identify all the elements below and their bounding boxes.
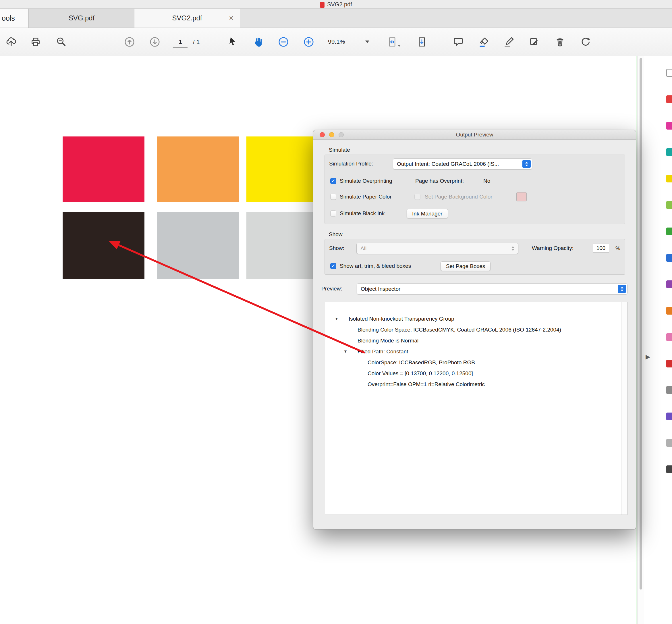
swatch-crimson <box>62 136 144 202</box>
panel-tool-icon[interactable] <box>666 254 672 262</box>
show-boxes-checkbox[interactable] <box>330 263 336 269</box>
panel-tool-icon[interactable] <box>666 175 672 182</box>
edit-annotation-icon[interactable] <box>528 35 541 49</box>
simulate-overprinting-checkbox[interactable] <box>330 178 336 184</box>
swatch-gray <box>157 212 239 279</box>
show-group: Show: All Warning Opacity: % Show art, t… <box>324 239 625 275</box>
object-inspector-tree: ▼ Isolated Non-knockout Transparency Gro… <box>325 302 627 515</box>
panel-tool-icon[interactable] <box>666 201 672 209</box>
page-has-overprint-label: Page has Overprint: <box>415 178 464 184</box>
tree-scrollbar-track[interactable] <box>621 302 627 515</box>
show-value: All <box>360 245 367 252</box>
chevron-down-icon <box>398 45 401 47</box>
show-dropdown: All <box>356 243 518 254</box>
simulate-group: Simulation Profile: Output Intent: Coate… <box>324 155 625 224</box>
panel-expand-icon[interactable]: ▶ <box>646 354 650 360</box>
panel-tool-icon[interactable] <box>666 148 672 156</box>
select-tool-icon[interactable] <box>226 35 239 49</box>
inspector-row[interactable]: Color Values = [0.13700, 0.12200, 0.1250… <box>325 368 627 379</box>
disclosure-triangle-icon[interactable]: ▼ <box>334 313 339 324</box>
tab-tools[interactable]: ools <box>0 9 29 28</box>
panel-tool-icon[interactable] <box>666 122 672 130</box>
close-window-icon[interactable] <box>320 132 325 137</box>
panel-tool-icon[interactable] <box>666 69 672 77</box>
page-has-overprint-value: No <box>483 178 490 184</box>
zoom-level-control[interactable]: 99.1% <box>327 36 371 48</box>
set-page-boxes-button[interactable]: Set Page Boxes <box>440 261 490 271</box>
page-number-input[interactable] <box>173 36 188 48</box>
show-heading: Show <box>329 231 343 238</box>
tab-label: SVG.pdf <box>69 14 95 22</box>
comment-icon[interactable] <box>452 35 465 49</box>
swatch-dark-brown <box>62 212 144 279</box>
panel-tool-icon[interactable] <box>666 386 672 394</box>
dialog-titlebar[interactable]: Output Preview <box>313 130 636 140</box>
dialog-title: Output Preview <box>456 132 493 138</box>
window-title: SVG2.pdf <box>327 1 352 8</box>
simulate-black-ink-checkbox[interactable] <box>330 211 336 217</box>
inspector-row[interactable]: ▼ Isolated Non-knockout Transparency Gro… <box>325 313 627 324</box>
panel-tool-icon[interactable] <box>666 439 672 447</box>
inspector-row-text: Overprint=False OPM=1 ri=Relative Colori… <box>368 381 485 387</box>
inspector-row-text: Isolated Non-knockout Transparency Group <box>349 316 454 322</box>
disclosure-triangle-icon[interactable]: ▼ <box>344 346 348 357</box>
inspector-row[interactable]: Blending Color Space: ICCBasedCMYK, Coat… <box>325 324 627 335</box>
previous-page-icon[interactable] <box>123 35 136 49</box>
preview-dropdown[interactable]: Object Inspector <box>357 283 627 294</box>
simulate-paper-color-label: Simulate Paper Color <box>340 193 392 200</box>
pdf-file-icon <box>320 2 324 8</box>
rotate-icon[interactable] <box>579 35 592 49</box>
scrollbar-thumb[interactable] <box>640 58 642 590</box>
inspector-row-text: Filled Path: Constant <box>357 348 408 355</box>
panel-tool-icon[interactable] <box>666 280 672 288</box>
zoom-window-icon[interactable] <box>339 132 344 137</box>
sign-icon[interactable] <box>502 35 515 49</box>
zoom-in-icon[interactable] <box>302 35 315 49</box>
tab-bar: ools SVG.pdf SVG2.pdf × <box>0 9 672 28</box>
panel-tool-icon[interactable] <box>666 228 672 235</box>
hand-tool-icon[interactable] <box>252 35 265 49</box>
delete-icon[interactable] <box>554 35 567 49</box>
zoom-level-value: 99.1% <box>328 38 345 45</box>
inspector-row[interactable]: ColorSpace: ICCBasedRGB, ProPhoto RGB <box>325 357 627 368</box>
tab-svg-pdf[interactable]: SVG.pdf <box>29 9 134 28</box>
panel-tool-icon[interactable] <box>666 307 672 315</box>
inspector-row[interactable]: ▼ Filled Path: Constant <box>325 346 627 357</box>
panel-tool-icon[interactable] <box>666 413 672 420</box>
tab-svg2-pdf[interactable]: SVG2.pdf × <box>134 9 240 28</box>
next-page-icon[interactable] <box>148 35 161 49</box>
marquee-zoom-icon[interactable] <box>55 35 68 49</box>
highlight-icon[interactable] <box>477 35 490 49</box>
preview-label: Preview: <box>321 286 342 292</box>
panel-tool-icon[interactable] <box>666 95 672 103</box>
output-preview-dialog: Output Preview Simulate Simulation Profi… <box>313 130 636 529</box>
show-boxes-label: Show art, trim, & bleed boxes <box>340 263 411 269</box>
set-page-background-checkbox <box>414 194 421 200</box>
swatch-orange <box>157 136 239 202</box>
ink-manager-button[interactable]: Ink Manager <box>407 209 448 218</box>
vertical-scrollbar[interactable] <box>637 56 644 624</box>
scroll-mode-icon[interactable] <box>415 35 428 49</box>
simulate-heading: Simulate <box>329 147 350 153</box>
inspector-row[interactable]: Overprint=False OPM=1 ri=Relative Colori… <box>325 379 627 390</box>
zoom-out-icon[interactable] <box>277 35 290 49</box>
simulation-profile-label: Simulation Profile: <box>329 161 373 167</box>
simulation-profile-dropdown[interactable]: Output Intent: Coated GRACoL 2006 (IS... <box>393 158 532 170</box>
warning-opacity-label: Warning Opacity: <box>532 245 573 251</box>
inspector-row[interactable]: Blending Mode is Normal <box>325 335 627 346</box>
panel-tool-icon[interactable] <box>666 333 672 341</box>
warning-opacity-input[interactable] <box>593 244 609 253</box>
simulate-black-ink-label: Simulate Black Ink <box>340 210 384 217</box>
print-icon[interactable] <box>29 35 42 49</box>
panel-tool-icon[interactable] <box>666 360 672 367</box>
simulate-paper-color-checkbox[interactable] <box>330 194 336 200</box>
tab-tools-label: ools <box>2 14 15 22</box>
chevron-down-icon <box>365 41 369 43</box>
set-page-background-label: Set Page Background Color <box>425 193 492 200</box>
page-fit-icon[interactable] <box>386 35 399 49</box>
tab-close-icon[interactable]: × <box>229 15 234 22</box>
page-background-color-well[interactable] <box>516 192 527 201</box>
panel-tool-icon[interactable] <box>666 465 672 473</box>
share-upload-icon[interactable] <box>5 35 18 49</box>
minimize-window-icon[interactable] <box>329 132 334 137</box>
